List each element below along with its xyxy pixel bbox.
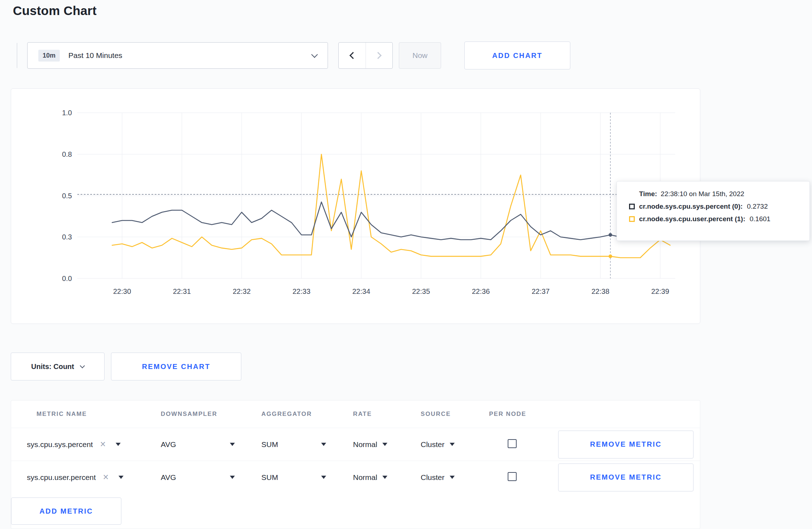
now-button[interactable]: Now <box>399 42 441 69</box>
col-header-source: SOURCE <box>421 411 489 418</box>
metric-name-value: sys.cpu.sys.percent <box>27 440 93 449</box>
rate-select[interactable]: Normal <box>353 473 421 482</box>
tooltip-time-value: 22:38:10 on Mar 15th, 2022 <box>661 190 744 198</box>
downsampler-value: AVG <box>161 440 176 449</box>
downsampler-select[interactable]: AVG <box>161 473 261 482</box>
add-metric-button[interactable]: ADD METRIC <box>11 498 121 525</box>
aggregator-select[interactable]: SUM <box>261 440 353 449</box>
caret-down-icon <box>382 476 387 479</box>
caret-down-icon <box>119 476 124 479</box>
series-color-swatch-icon <box>629 204 635 209</box>
clear-icon[interactable]: × <box>103 472 109 482</box>
chevron-down-icon <box>311 51 318 58</box>
col-header-rate: RATE <box>353 411 421 418</box>
caret-down-icon <box>450 476 455 479</box>
metrics-table-header: METRIC NAME DOWNSAMPLER AGGREGATOR RATE … <box>11 401 700 428</box>
svg-text:22:37: 22:37 <box>532 287 550 295</box>
svg-text:0.5: 0.5 <box>62 192 72 200</box>
metric-name-value: sys.cpu.user.percent <box>27 473 96 482</box>
source-select[interactable]: Cluster <box>421 440 489 449</box>
tooltip-series-name: cr.node.sys.cpu.sys.percent (0): <box>639 203 743 210</box>
units-label: Units: Count <box>31 363 74 371</box>
metric-row: sys.cpu.user.percent × AVG SUM Normal Cl… <box>11 461 700 494</box>
remove-metric-button[interactable]: REMOVE METRIC <box>558 431 693 458</box>
metric-name-select[interactable]: sys.cpu.user.percent × <box>27 472 161 482</box>
units-select[interactable]: Units: Count <box>11 353 105 380</box>
time-range-select[interactable]: 10m Past 10 Minutes <box>27 42 328 69</box>
downsampler-value: AVG <box>161 473 176 482</box>
custom-chart-card: 0.00.30.50.81.022:3022:3122:3222:3322:34… <box>11 88 700 324</box>
add-chart-button[interactable]: ADD CHART <box>464 42 570 69</box>
tooltip-time-row: Time:22:38:10 on Mar 15th, 2022 <box>639 190 800 198</box>
caret-down-icon <box>382 443 387 446</box>
caret-down-icon <box>321 443 326 446</box>
caret-down-icon <box>321 476 326 479</box>
per-node-checkbox[interactable] <box>508 439 517 448</box>
clear-icon[interactable]: × <box>100 440 106 449</box>
metrics-table: METRIC NAME DOWNSAMPLER AGGREGATOR RATE … <box>11 400 700 529</box>
svg-text:0.8: 0.8 <box>62 150 72 158</box>
svg-text:22:30: 22:30 <box>113 287 131 295</box>
svg-text:0.0: 0.0 <box>62 275 72 282</box>
rate-value: Normal <box>353 473 377 482</box>
chevron-left-icon <box>349 52 357 59</box>
caret-down-icon <box>450 443 455 446</box>
source-value: Cluster <box>421 440 445 449</box>
svg-text:22:36: 22:36 <box>472 287 490 295</box>
source-value: Cluster <box>421 473 445 482</box>
svg-text:22:33: 22:33 <box>293 287 310 295</box>
chart-tooltip: Time:22:38:10 on Mar 15th, 2022 cr.node.… <box>617 181 810 241</box>
col-header-aggregator: AGGREGATOR <box>261 411 353 418</box>
tooltip-series-name: cr.node.sys.cpu.user.percent (1): <box>639 215 745 223</box>
caret-down-icon <box>230 476 235 479</box>
metric-row: sys.cpu.sys.percent × AVG SUM Normal Clu… <box>11 428 700 461</box>
aggregator-value: SUM <box>261 440 278 449</box>
chevron-down-icon <box>80 363 85 368</box>
svg-text:22:32: 22:32 <box>233 287 251 295</box>
svg-text:22:35: 22:35 <box>412 287 430 295</box>
svg-text:22:39: 22:39 <box>651 287 669 295</box>
tooltip-series-row: cr.node.sys.cpu.sys.percent (0): 0.2732 <box>629 203 800 210</box>
rate-select[interactable]: Normal <box>353 440 421 449</box>
aggregator-value: SUM <box>261 473 278 482</box>
series-color-swatch-icon <box>629 216 635 222</box>
chevron-right-icon <box>374 52 382 59</box>
tooltip-series-value: 0.1601 <box>750 215 770 223</box>
col-header-per-node: PER NODE <box>489 411 558 418</box>
aggregator-select[interactable]: SUM <box>261 473 353 482</box>
caret-down-icon <box>230 443 235 446</box>
toolbar-left-divider <box>17 43 17 68</box>
svg-text:0.3: 0.3 <box>62 233 72 241</box>
col-header-downsampler: DOWNSAMPLER <box>161 411 261 418</box>
per-node-checkbox[interactable] <box>508 472 517 481</box>
time-nav-group <box>338 42 393 69</box>
caret-down-icon <box>116 443 121 446</box>
remove-metric-button[interactable]: REMOVE METRIC <box>558 464 693 491</box>
downsampler-select[interactable]: AVG <box>161 440 261 449</box>
svg-text:22:34: 22:34 <box>352 287 370 295</box>
tooltip-time-label: Time: <box>639 190 657 198</box>
tooltip-series-row: cr.node.sys.cpu.user.percent (1): 0.1601 <box>629 215 800 223</box>
page-title: Custom Chart <box>13 4 97 18</box>
line-chart-plot[interactable]: 0.00.30.50.81.022:3022:3122:3222:3322:34… <box>11 89 700 324</box>
col-header-metric-name: METRIC NAME <box>27 411 161 418</box>
svg-text:22:38: 22:38 <box>591 287 609 295</box>
rate-value: Normal <box>353 440 377 449</box>
time-range-label: Past 10 Minutes <box>68 51 122 60</box>
next-time-button[interactable] <box>366 43 393 68</box>
remove-chart-button[interactable]: REMOVE CHART <box>111 353 241 380</box>
svg-text:1.0: 1.0 <box>62 109 72 117</box>
time-range-badge: 10m <box>38 50 60 62</box>
source-select[interactable]: Cluster <box>421 473 489 482</box>
svg-text:22:31: 22:31 <box>173 287 191 295</box>
tooltip-series-value: 0.2732 <box>747 203 768 210</box>
prev-time-button[interactable] <box>339 43 366 68</box>
metric-name-select[interactable]: sys.cpu.sys.percent × <box>27 440 161 449</box>
